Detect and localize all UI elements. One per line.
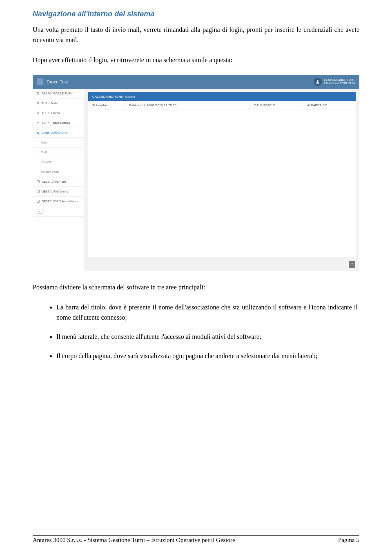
svg-point-0 (317, 80, 318, 82)
sidebar-item-label: GEST.TURNI Giorno (42, 190, 68, 193)
pin-icon (37, 102, 40, 105)
app-logo-icon (37, 78, 43, 85)
svg-point-11 (38, 132, 38, 133)
sidebar-item-label: TURNI Teleassistenza (42, 121, 70, 124)
sidebar-item-gest-tele[interactable]: GEST.TURNI Teleassistenza (33, 197, 85, 206)
svg-line-17 (38, 201, 39, 202)
sidebar-collapse[interactable]: « (33, 206, 85, 217)
svg-line-15 (38, 191, 39, 192)
app-screenshot: Croce Test RESPONSABILE TUR... Ult.acces… (33, 75, 359, 271)
scroll-top-button[interactable]: ˄ (349, 261, 355, 268)
page-footer: Antares 3000 S.r.l.s. - Sistema Gestione… (33, 535, 359, 544)
pin-icon (37, 121, 40, 124)
svg-point-2 (38, 92, 40, 94)
paragraph-intro-2: Dopo aver effettuato il login, vi ritrov… (33, 55, 359, 65)
svg-point-4 (38, 102, 39, 104)
pin-icon (37, 112, 40, 114)
edit-icon (37, 180, 40, 183)
sidebar-item-config[interactable]: CONFIGURAZIONE (33, 128, 85, 138)
sidebar-item-label: Utenti (41, 141, 48, 144)
sidebar-item-turni-notte[interactable]: TURNI Notte (33, 99, 85, 108)
footer-left: Antares 3000 S.r.l.s. - Sistema Gestione… (33, 537, 235, 544)
list-item: Il menù laterale, che consente all'utent… (56, 332, 359, 342)
list-item: La barra del titolo, dove è presente il … (56, 302, 359, 323)
sidebar-item-turni-giorno[interactable]: TURNI Giorno (33, 108, 85, 118)
main-panel: CALENDARIO TURNI Giorno Settembre Pubbli… (85, 89, 359, 271)
bullet-list: La barra del titolo, dove è presente il … (56, 302, 359, 361)
edit-icon (37, 200, 40, 203)
sidebar-item-responsabile[interactable]: RESPONSABILE TURNI (33, 89, 85, 99)
sidebar-item-label: Sedi (41, 151, 47, 154)
sidebar-item-label: Account Posta (41, 170, 59, 173)
filter-month[interactable]: Settembre (88, 101, 125, 110)
sidebar-item-label: GEST.TURNI Notte (42, 180, 66, 183)
list-item: Il corpo della pagina, dove sarà visuali… (56, 351, 359, 361)
sidebar-item-turni-tele[interactable]: TURNI Teleassistenza (33, 118, 85, 128)
svg-point-1 (37, 92, 38, 94)
sidebar-sub-festivita[interactable]: Festività (33, 157, 85, 167)
panel-filter-row: Settembre Pubblicati il 16/09/2015 11:25… (88, 101, 356, 110)
svg-point-8 (38, 122, 39, 123)
panel-header: CALENDARIO TURNI Giorno (88, 92, 356, 101)
filter-published: Pubblicati il 16/09/2015 11:25:10 (125, 101, 250, 110)
sidebar-item-label: TURNI Giorno (42, 112, 60, 114)
section-heading: Navigazione all'interno del sistema (33, 10, 359, 18)
footer-page: Pagina 5 (338, 537, 359, 544)
user-last-access: Ult.accesso 12/10 08:54 (324, 82, 355, 85)
svg-point-6 (38, 112, 39, 114)
panel-body (88, 110, 356, 257)
paragraph-intro-1: Una volta premuto il tasto di invio mail… (33, 25, 359, 45)
chevron-left-icon: « (37, 209, 42, 214)
sidebar-sub-sedi[interactable]: Sedi (33, 148, 85, 157)
edit-icon (37, 190, 40, 193)
sidebar-item-label: CONFIGURAZIONE (42, 131, 67, 134)
user-name: RESPONSABILE TUR... (324, 78, 355, 82)
tab-alfabetico[interactable]: ALFABETICO (303, 101, 356, 110)
users-icon (37, 92, 40, 95)
app-title: Croce Test (47, 79, 68, 84)
sidebar-sub-account[interactable]: Account Posta (33, 167, 85, 177)
sidebar-item-gest-notte[interactable]: GEST.TURNI Notte (33, 177, 85, 187)
sidebar-item-label: RESPONSABILE TURNI (42, 92, 73, 95)
sidebar-item-gest-giorno[interactable]: GEST.TURNI Giorno (33, 187, 85, 197)
sidebar-item-label: Festività (41, 161, 51, 164)
sidebar-sub-utenti[interactable]: Utenti (33, 138, 85, 148)
svg-rect-3 (37, 94, 40, 95)
svg-line-13 (38, 181, 39, 182)
chevron-up-icon: ˄ (351, 262, 353, 267)
sidebar: RESPONSABILE TURNI TURNI Notte TURNI Gio… (33, 89, 85, 271)
sidebar-item-label: GEST.TURNI Teleassistenza (42, 200, 78, 203)
sidebar-item-label: TURNI Notte (42, 102, 58, 105)
gear-icon (37, 131, 40, 134)
user-badge[interactable]: RESPONSABILE TUR... Ult.accesso 12/10 08… (314, 78, 355, 86)
titlebar: Croce Test RESPONSABILE TUR... Ult.acces… (33, 75, 359, 89)
tab-calendario[interactable]: CALENDARIO (250, 101, 303, 110)
paragraph-divide: Possiamo dividere la schermata del softw… (33, 282, 359, 293)
avatar-icon (314, 78, 322, 86)
